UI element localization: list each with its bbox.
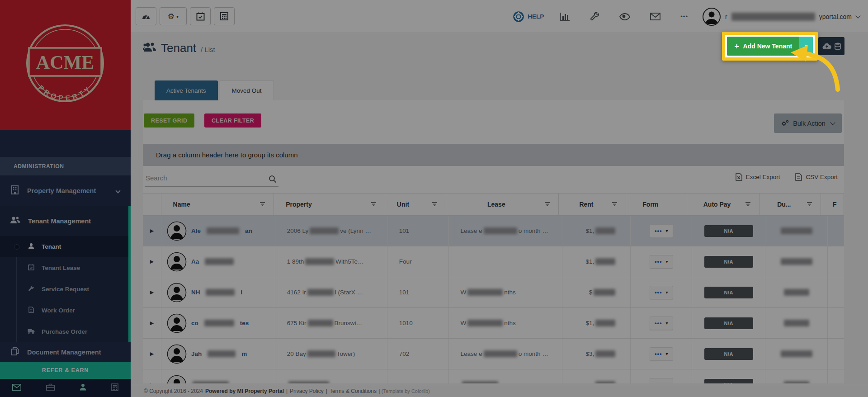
add-new-tenant-highlight: + Add New Tenant ▾ xyxy=(722,32,818,61)
app-window: ACME PROPERTY ADMINISTRATION Property Ma… xyxy=(0,0,868,397)
add-new-tenant-label: Add New Tenant xyxy=(743,43,793,50)
add-tenant-split-caret[interactable]: ▾ xyxy=(799,37,813,56)
plus-icon: + xyxy=(734,43,740,50)
add-new-tenant-button[interactable]: + Add New Tenant xyxy=(727,37,799,56)
